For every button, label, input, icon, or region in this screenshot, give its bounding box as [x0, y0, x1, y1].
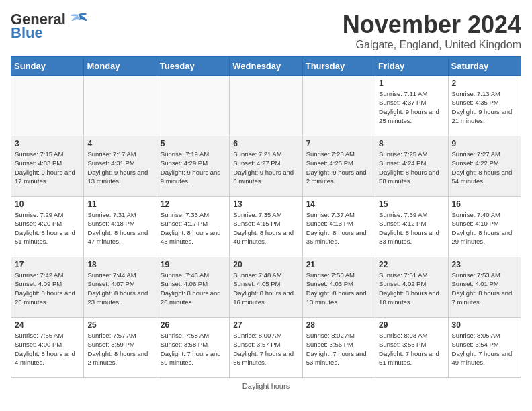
- calendar-day: 13Sunrise: 7:35 AM Sunset: 4:15 PM Dayli…: [230, 197, 302, 257]
- day-number: 19: [161, 260, 226, 269]
- calendar-day: 10Sunrise: 7:29 AM Sunset: 4:20 PM Dayli…: [11, 197, 84, 257]
- calendar-day: 21Sunrise: 7:50 AM Sunset: 4:03 PM Dayli…: [302, 257, 375, 318]
- day-number: 17: [15, 260, 80, 269]
- day-info: Sunrise: 7:19 AM Sunset: 4:29 PM Dayligh…: [161, 150, 226, 185]
- calendar-day: 5Sunrise: 7:19 AM Sunset: 4:29 PM Daylig…: [157, 136, 229, 197]
- day-number: 7: [306, 139, 371, 148]
- day-info: Sunrise: 7:58 AM Sunset: 3:58 PM Dayligh…: [161, 331, 226, 367]
- day-info: Sunrise: 7:23 AM Sunset: 4:25 PM Dayligh…: [306, 150, 371, 185]
- calendar-day: 27Sunrise: 8:00 AM Sunset: 3:57 PM Dayli…: [230, 318, 302, 378]
- calendar-header: SundayMondayTuesdayWednesdayThursdayFrid…: [11, 57, 521, 76]
- day-info: Sunrise: 7:40 AM Sunset: 4:10 PM Dayligh…: [452, 210, 517, 246]
- day-number: 16: [452, 199, 517, 209]
- calendar-day: 30Sunrise: 8:05 AM Sunset: 3:54 PM Dayli…: [448, 318, 521, 378]
- calendar-week-1: 1Sunrise: 7:11 AM Sunset: 4:37 PM Daylig…: [11, 76, 521, 136]
- day-number: 11: [87, 199, 152, 209]
- day-number: 21: [306, 260, 371, 269]
- day-info: Sunrise: 8:05 AM Sunset: 3:54 PM Dayligh…: [452, 331, 517, 367]
- day-info: Sunrise: 7:21 AM Sunset: 4:27 PM Dayligh…: [233, 150, 298, 185]
- calendar-day: 12Sunrise: 7:33 AM Sunset: 4:17 PM Dayli…: [157, 197, 229, 257]
- day-number: 3: [15, 139, 80, 148]
- logo-bird-icon: [67, 12, 89, 27]
- day-info: Sunrise: 8:00 AM Sunset: 3:57 PM Dayligh…: [233, 331, 298, 367]
- day-number: 6: [233, 139, 298, 148]
- calendar-week-2: 3Sunrise: 7:15 AM Sunset: 4:33 PM Daylig…: [11, 136, 521, 197]
- day-info: Sunrise: 7:57 AM Sunset: 3:59 PM Dayligh…: [87, 331, 152, 367]
- calendar-day: 2Sunrise: 7:13 AM Sunset: 4:35 PM Daylig…: [448, 76, 521, 136]
- calendar-day: 11Sunrise: 7:31 AM Sunset: 4:18 PM Dayli…: [84, 197, 157, 257]
- day-info: Sunrise: 7:51 AM Sunset: 4:02 PM Dayligh…: [379, 271, 444, 306]
- day-number: 30: [452, 320, 517, 330]
- calendar-day: 17Sunrise: 7:42 AM Sunset: 4:09 PM Dayli…: [11, 257, 84, 318]
- day-number: 25: [87, 320, 152, 330]
- day-info: Sunrise: 7:17 AM Sunset: 4:31 PM Dayligh…: [87, 150, 152, 185]
- calendar-day: 4Sunrise: 7:17 AM Sunset: 4:31 PM Daylig…: [84, 136, 157, 197]
- calendar-day: 6Sunrise: 7:21 AM Sunset: 4:27 PM Daylig…: [230, 136, 302, 197]
- day-info: Sunrise: 7:46 AM Sunset: 4:06 PM Dayligh…: [161, 271, 226, 306]
- day-info: Sunrise: 7:35 AM Sunset: 4:15 PM Dayligh…: [233, 210, 298, 246]
- calendar-day: 9Sunrise: 7:27 AM Sunset: 4:22 PM Daylig…: [448, 136, 521, 197]
- day-number: 12: [161, 199, 226, 209]
- calendar-day: [302, 76, 375, 136]
- calendar-day: 23Sunrise: 7:53 AM Sunset: 4:01 PM Dayli…: [448, 257, 521, 318]
- day-number: 23: [452, 260, 517, 269]
- calendar-day: 7Sunrise: 7:23 AM Sunset: 4:25 PM Daylig…: [302, 136, 375, 197]
- day-info: Sunrise: 7:33 AM Sunset: 4:17 PM Dayligh…: [161, 210, 226, 246]
- calendar-table: SundayMondayTuesdayWednesdayThursdayFrid…: [11, 56, 521, 378]
- day-number: 18: [87, 260, 152, 269]
- calendar-day: 22Sunrise: 7:51 AM Sunset: 4:02 PM Dayli…: [375, 257, 448, 318]
- day-info: Sunrise: 7:55 AM Sunset: 4:00 PM Dayligh…: [15, 331, 80, 367]
- day-number: 20: [233, 260, 298, 269]
- calendar-day: [157, 76, 229, 136]
- day-info: Sunrise: 7:29 AM Sunset: 4:20 PM Dayligh…: [15, 210, 80, 246]
- day-info: Sunrise: 7:48 AM Sunset: 4:05 PM Dayligh…: [233, 271, 298, 306]
- weekday-header-wednesday: Wednesday: [230, 57, 302, 76]
- calendar-day: 24Sunrise: 7:55 AM Sunset: 4:00 PM Dayli…: [11, 318, 84, 378]
- weekday-header-thursday: Thursday: [302, 57, 375, 76]
- logo-blue-text: Blue: [11, 24, 43, 42]
- day-info: Sunrise: 8:02 AM Sunset: 3:56 PM Dayligh…: [306, 331, 371, 367]
- day-info: Sunrise: 7:53 AM Sunset: 4:01 PM Dayligh…: [452, 271, 517, 306]
- day-number: 28: [306, 320, 371, 330]
- calendar-body: 1Sunrise: 7:11 AM Sunset: 4:37 PM Daylig…: [11, 76, 521, 378]
- day-info: Sunrise: 7:42 AM Sunset: 4:09 PM Dayligh…: [15, 271, 80, 306]
- calendar-day: 3Sunrise: 7:15 AM Sunset: 4:33 PM Daylig…: [11, 136, 84, 197]
- day-number: 26: [161, 320, 226, 330]
- month-title: November 2024: [343, 11, 521, 39]
- day-info: Sunrise: 7:27 AM Sunset: 4:22 PM Dayligh…: [452, 150, 517, 185]
- day-number: 27: [233, 320, 298, 330]
- day-number: 29: [379, 320, 444, 330]
- calendar-day: 1Sunrise: 7:11 AM Sunset: 4:37 PM Daylig…: [375, 76, 448, 136]
- calendar-day: [11, 76, 84, 136]
- weekday-header-friday: Friday: [375, 57, 448, 76]
- calendar-day: [84, 76, 157, 136]
- calendar-day: 28Sunrise: 8:02 AM Sunset: 3:56 PM Dayli…: [302, 318, 375, 378]
- day-info: Sunrise: 7:31 AM Sunset: 4:18 PM Dayligh…: [87, 210, 152, 246]
- day-info: Sunrise: 7:44 AM Sunset: 4:07 PM Dayligh…: [87, 271, 152, 306]
- calendar-day: [230, 76, 302, 136]
- weekday-header-sunday: Sunday: [11, 57, 84, 76]
- calendar-day: 26Sunrise: 7:58 AM Sunset: 3:58 PM Dayli…: [157, 318, 229, 378]
- weekday-header-tuesday: Tuesday: [157, 57, 229, 76]
- day-info: Sunrise: 7:15 AM Sunset: 4:33 PM Dayligh…: [15, 150, 80, 185]
- weekday-header-row: SundayMondayTuesdayWednesdayThursdayFrid…: [11, 57, 521, 76]
- day-info: Sunrise: 7:50 AM Sunset: 4:03 PM Dayligh…: [306, 271, 371, 306]
- day-number: 9: [452, 139, 517, 148]
- day-number: 15: [379, 199, 444, 209]
- calendar-week-3: 10Sunrise: 7:29 AM Sunset: 4:20 PM Dayli…: [11, 197, 521, 257]
- day-number: 13: [233, 199, 298, 209]
- logo: General Blue: [11, 11, 89, 42]
- calendar-day: 18Sunrise: 7:44 AM Sunset: 4:07 PM Dayli…: [84, 257, 157, 318]
- day-info: Sunrise: 7:13 AM Sunset: 4:35 PM Dayligh…: [452, 89, 517, 125]
- calendar-day: 25Sunrise: 7:57 AM Sunset: 3:59 PM Dayli…: [84, 318, 157, 378]
- calendar-day: 20Sunrise: 7:48 AM Sunset: 4:05 PM Dayli…: [230, 257, 302, 318]
- calendar-week-4: 17Sunrise: 7:42 AM Sunset: 4:09 PM Dayli…: [11, 257, 521, 318]
- day-info: Sunrise: 7:25 AM Sunset: 4:24 PM Dayligh…: [379, 150, 444, 185]
- day-number: 22: [379, 260, 444, 269]
- calendar-day: 29Sunrise: 8:03 AM Sunset: 3:55 PM Dayli…: [375, 318, 448, 378]
- day-info: Sunrise: 7:11 AM Sunset: 4:37 PM Dayligh…: [379, 89, 444, 125]
- day-number: 1: [379, 79, 444, 88]
- calendar-week-5: 24Sunrise: 7:55 AM Sunset: 4:00 PM Dayli…: [11, 318, 521, 378]
- location: Galgate, England, United Kingdom: [343, 39, 521, 51]
- calendar-day: 19Sunrise: 7:46 AM Sunset: 4:06 PM Dayli…: [157, 257, 229, 318]
